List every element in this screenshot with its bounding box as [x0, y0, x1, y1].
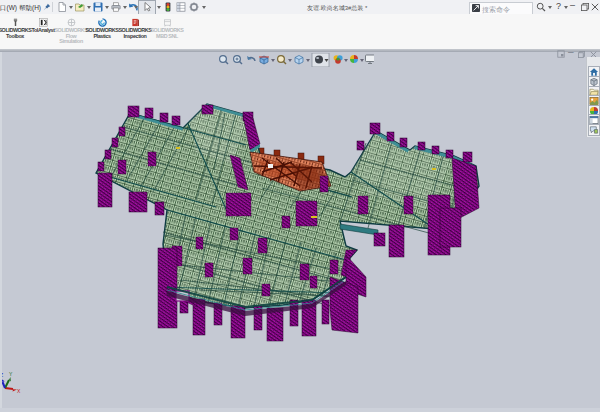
svg-text:Y: Y: [9, 372, 13, 377]
svg-text:X: X: [17, 388, 21, 394]
